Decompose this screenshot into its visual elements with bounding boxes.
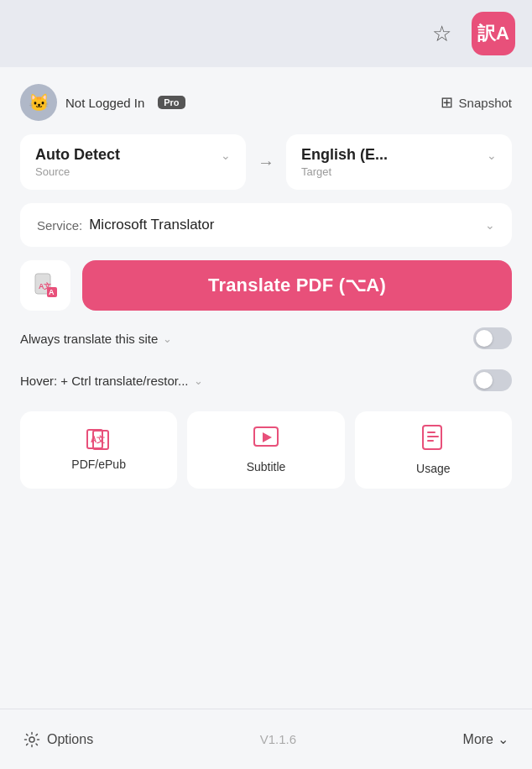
source-language-name: Auto Detect: [35, 146, 120, 164]
top-bar: ☆ 訳A: [0, 0, 532, 67]
version-label: V1.1.6: [260, 732, 296, 746]
svg-point-16: [29, 737, 34, 742]
usage-button[interactable]: Usage: [355, 411, 512, 489]
not-logged-in-label: Not Logged In: [65, 96, 144, 110]
service-left: Service: Microsoft Translator: [37, 217, 214, 233]
action-row: A 文 PDF/ePub Subtitle: [20, 411, 512, 489]
target-language-selector[interactable]: English (E... ⌄ Target: [286, 134, 512, 190]
source-lang-top: Auto Detect ⌄: [35, 146, 231, 164]
target-lang-top: English (E... ⌄: [301, 146, 497, 164]
target-language-sub: Target: [301, 165, 497, 178]
service-name: Microsoft Translator: [89, 217, 214, 233]
options-button[interactable]: Options: [23, 731, 93, 748]
pdf-epub-label: PDF/ePub: [71, 458, 126, 471]
svg-text:A: A: [49, 288, 55, 296]
pdf-icon-button[interactable]: A 文 A: [20, 260, 70, 311]
bottom-bar: Options V1.1.6 More ⌄: [0, 709, 532, 769]
subtitle-label: Subtitle: [247, 460, 286, 473]
user-row: 🐱 Not Logged In Pro ⊞ Snapshot: [20, 84, 512, 121]
pdf-translate-icon: A 文 A: [32, 272, 59, 299]
svg-rect-15: [427, 440, 434, 442]
translate-row: A 文 A Translate PDF (⌥A): [20, 260, 512, 311]
source-chevron-icon: ⌄: [221, 149, 231, 162]
service-chevron-icon: ⌄: [485, 218, 495, 232]
options-label: Options: [47, 732, 93, 747]
svg-rect-14: [427, 436, 439, 437]
translate-icon-button[interactable]: 訳A: [472, 12, 515, 55]
more-button[interactable]: More ⌄: [463, 731, 509, 747]
source-language-selector[interactable]: Auto Detect ⌄ Source: [20, 134, 246, 190]
language-selector-row: Auto Detect ⌄ Source → English (E... ⌄ T…: [20, 134, 512, 190]
snapshot-label: Snapshot: [459, 96, 512, 110]
always-translate-row: Always translate this site ⌄: [20, 324, 512, 353]
hover-translate-label: Hover: + Ctrl translate/restor...: [20, 374, 189, 388]
star-button[interactable]: ☆: [423, 15, 460, 52]
always-translate-chevron-icon: ⌄: [163, 332, 172, 345]
svg-text:文: 文: [96, 435, 105, 444]
snapshot-button[interactable]: ⊞ Snapshot: [441, 93, 512, 112]
usage-label: Usage: [416, 462, 450, 475]
main-content: 🐱 Not Logged In Pro ⊞ Snapshot Auto Dete…: [0, 67, 532, 709]
translate-pdf-button[interactable]: Translate PDF (⌥A): [82, 260, 512, 311]
source-language-sub: Source: [35, 165, 231, 178]
pro-badge: Pro: [158, 96, 185, 109]
avatar: 🐱: [20, 84, 57, 121]
subtitle-icon: [253, 426, 279, 453]
hover-translate-row: Hover: + Ctrl translate/restor... ⌄: [20, 366, 512, 395]
hover-translate-toggle[interactable]: [473, 369, 512, 391]
hover-translate-chevron-icon: ⌄: [194, 374, 203, 387]
target-chevron-icon: ⌄: [487, 149, 497, 162]
more-chevron-icon: ⌄: [498, 731, 509, 747]
subtitle-button[interactable]: Subtitle: [187, 411, 344, 489]
gear-icon: [23, 731, 40, 748]
always-translate-toggle-label[interactable]: Always translate this site ⌄: [20, 332, 172, 346]
svg-marker-11: [263, 432, 272, 442]
pdf-epub-button[interactable]: A 文 PDF/ePub: [20, 411, 177, 489]
target-language-name: English (E...: [301, 146, 388, 164]
more-label: More: [463, 732, 493, 747]
hover-translate-knob: [476, 372, 493, 389]
hover-translate-toggle-label[interactable]: Hover: + Ctrl translate/restor... ⌄: [20, 374, 203, 388]
always-translate-knob: [476, 330, 493, 347]
always-translate-label: Always translate this site: [20, 332, 158, 346]
pdf-epub-icon: A 文: [86, 429, 112, 451]
svg-rect-13: [427, 432, 436, 433]
service-selector[interactable]: Service: Microsoft Translator ⌄: [20, 203, 512, 247]
snapshot-icon: ⊞: [441, 93, 453, 112]
service-label: Service:: [37, 218, 82, 233]
language-arrow-icon: →: [254, 153, 278, 172]
always-translate-toggle[interactable]: [473, 327, 512, 349]
usage-icon: [422, 425, 444, 455]
user-info: 🐱 Not Logged In Pro: [20, 84, 185, 121]
